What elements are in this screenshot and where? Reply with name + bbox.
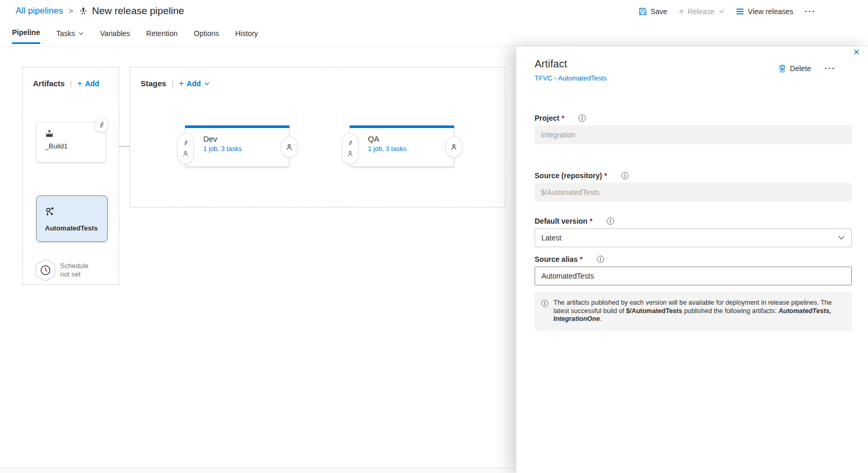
build-icon bbox=[45, 129, 54, 138]
pipeline-canvas: Artifacts | + Add _Build1 bbox=[0, 47, 516, 473]
default-version-dropdown[interactable]: Latest bbox=[535, 228, 852, 247]
tab-options[interactable]: Options bbox=[194, 28, 219, 44]
stage-jobs-tasks-link[interactable]: 1 job, 3 tasks bbox=[203, 145, 242, 153]
required-marker: * bbox=[580, 255, 583, 263]
artifact-panel-title: Artifact bbox=[535, 58, 607, 70]
source-alias-label: Source alias * bbox=[535, 255, 852, 263]
stage-name: Dev bbox=[203, 134, 242, 143]
stage-jobs-tasks-link[interactable]: 1 job, 3 tasks bbox=[368, 145, 407, 153]
tfvc-graph-icon bbox=[45, 206, 55, 216]
schedule-label: Schedule not set bbox=[60, 262, 88, 279]
default-version-value: Latest bbox=[541, 234, 561, 242]
default-version-label: Default version * bbox=[535, 217, 852, 225]
add-artifact-button[interactable]: + Add bbox=[77, 79, 99, 88]
field-source-repository: Source (repository) * bbox=[535, 171, 852, 202]
info-icon[interactable] bbox=[578, 114, 586, 122]
schedule-trigger-button[interactable]: Schedule not set bbox=[34, 258, 88, 283]
chevron-down-icon bbox=[838, 236, 844, 240]
stage-card-qa[interactable]: QA 1 job, 3 tasks bbox=[350, 125, 454, 167]
plus-icon: + bbox=[179, 79, 184, 88]
project-label: Project * bbox=[535, 114, 852, 122]
stages-panel: Stages | + Add Dev 1 job, 3 tasks bbox=[130, 67, 506, 207]
field-project: Project * bbox=[535, 114, 852, 144]
post-deployment-conditions-button[interactable] bbox=[445, 136, 462, 158]
tab-variables[interactable]: Variables bbox=[100, 28, 130, 44]
stage-accent-bar bbox=[185, 125, 290, 128]
field-default-version: Default version * Latest bbox=[535, 217, 852, 247]
tab-pipeline[interactable]: Pipeline bbox=[12, 28, 40, 44]
chevron-down-icon bbox=[719, 10, 724, 13]
close-icon[interactable]: × bbox=[853, 45, 860, 58]
person-icon bbox=[182, 150, 189, 157]
source-repository-input bbox=[535, 183, 852, 202]
info-icon[interactable] bbox=[606, 217, 615, 225]
release-pipeline-icon bbox=[79, 7, 88, 16]
tab-tasks[interactable]: Tasks bbox=[56, 28, 84, 44]
add-stage-button[interactable]: + Add bbox=[179, 79, 210, 88]
view-releases-label: View releases bbox=[748, 7, 793, 16]
artifact-card-build1[interactable]: _Build1 bbox=[36, 122, 106, 163]
field-source-alias: Source alias * bbox=[535, 255, 852, 285]
plus-icon: + bbox=[679, 7, 684, 16]
delete-label: Delete bbox=[790, 64, 811, 73]
info-icon[interactable] bbox=[621, 171, 629, 180]
header-more-button[interactable]: ··· bbox=[805, 7, 816, 16]
info-note-text: The artifacts published by each version … bbox=[553, 299, 840, 324]
save-floppy-icon bbox=[639, 7, 647, 16]
artifact-panel-header: Artifact TFVC - AutomatedTests bbox=[535, 58, 607, 82]
person-icon bbox=[346, 150, 354, 157]
save-button[interactable]: Save bbox=[639, 7, 667, 16]
info-icon[interactable] bbox=[596, 255, 605, 263]
stage-accent-bar bbox=[350, 125, 454, 128]
artifact-panel-actions: Delete ··· bbox=[779, 64, 836, 73]
required-marker: * bbox=[589, 217, 592, 225]
stage-card-dev[interactable]: Dev 1 job, 3 tasks bbox=[185, 125, 290, 167]
view-releases-button[interactable]: View releases bbox=[736, 7, 793, 16]
divider: | bbox=[171, 79, 173, 88]
source-alias-input[interactable] bbox=[535, 267, 852, 285]
person-icon bbox=[450, 143, 458, 151]
breadcrumb: All pipelines > New release pipeline bbox=[16, 5, 184, 17]
release-button[interactable]: + Release bbox=[679, 7, 724, 16]
save-label: Save bbox=[651, 7, 667, 16]
artifacts-panel: Artifacts | + Add _Build1 bbox=[22, 67, 119, 285]
chevron-down-icon bbox=[204, 82, 210, 85]
delete-artifact-button[interactable]: Delete bbox=[779, 64, 811, 73]
breadcrumb-all-pipelines-link[interactable]: All pipelines bbox=[16, 6, 63, 16]
pre-deployment-conditions-button[interactable] bbox=[342, 133, 358, 164]
required-marker: * bbox=[604, 171, 607, 180]
artifact-name: AutomatedTests bbox=[45, 224, 98, 232]
header-toolbar: Save + Release View releases bbox=[639, 7, 816, 16]
horizontal-scrollbar-track[interactable] bbox=[0, 468, 516, 473]
lightning-icon bbox=[98, 121, 105, 129]
artifact-more-button[interactable]: ··· bbox=[825, 64, 836, 73]
lightning-icon bbox=[183, 140, 189, 146]
list-icon bbox=[736, 8, 744, 15]
tab-retention[interactable]: Retention bbox=[146, 28, 178, 44]
page-title: New release pipeline bbox=[92, 5, 184, 17]
breadcrumb-separator: > bbox=[69, 7, 73, 15]
artifact-name: _Build1 bbox=[45, 142, 67, 150]
stage-body: Dev 1 job, 3 tasks bbox=[203, 134, 242, 153]
stages-panel-header: Stages | + Add bbox=[141, 79, 210, 88]
info-icon bbox=[541, 299, 549, 324]
divider: | bbox=[70, 79, 72, 88]
source-repository-label: Source (repository) * bbox=[535, 171, 852, 180]
release-pipeline-editor: All pipelines > New release pipeline bbox=[0, 0, 868, 473]
pre-deployment-conditions-button[interactable] bbox=[177, 133, 194, 164]
artifacts-title: Artifacts bbox=[33, 79, 65, 88]
tab-history[interactable]: History bbox=[235, 28, 258, 44]
continuous-deployment-trigger-badge[interactable] bbox=[94, 118, 109, 132]
artifact-source-link[interactable]: TFVC - AutomatedTests bbox=[535, 74, 607, 82]
required-marker: * bbox=[561, 114, 564, 122]
trash-icon bbox=[779, 64, 786, 73]
stage-body: QA 1 job, 3 tasks bbox=[368, 134, 407, 153]
chevron-down-icon bbox=[78, 32, 84, 35]
stage-name: QA bbox=[368, 134, 407, 143]
post-deployment-conditions-button[interactable] bbox=[281, 136, 298, 158]
artifacts-panel-header: Artifacts | + Add bbox=[33, 79, 99, 88]
artifact-card-automatedtests[interactable]: AutomatedTests bbox=[36, 195, 108, 242]
page-header: All pipelines > New release pipeline bbox=[0, 0, 868, 47]
plus-icon: + bbox=[77, 79, 83, 88]
project-input bbox=[535, 125, 852, 144]
